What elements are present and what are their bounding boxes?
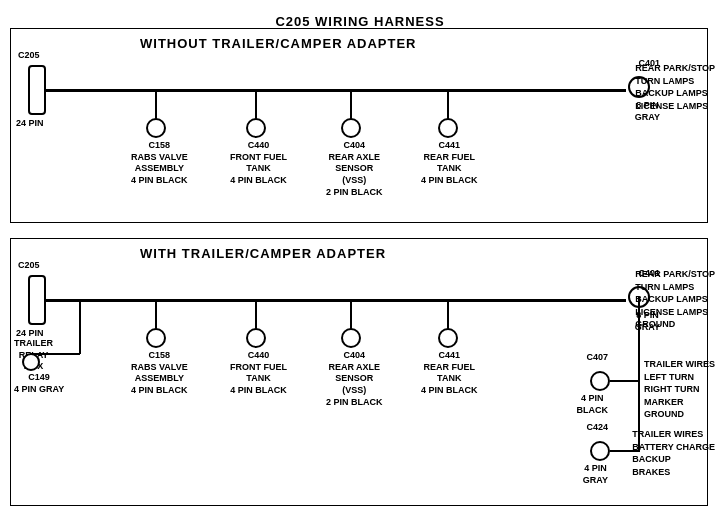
c441-2-vline: [447, 299, 449, 329]
c441-1-label: C441REAR FUELTANK4 PIN BLACK: [421, 140, 478, 187]
c149-connector: [22, 353, 40, 371]
c158-1-vline: [155, 89, 157, 119]
c404-1-connector: [341, 118, 361, 138]
c158-1-label: C158RABS VALVEASSEMBLY4 PIN BLACK: [131, 140, 188, 187]
c424-desc: TRAILER WIRESBATTERY CHARGEBACKUPBRAKES: [632, 428, 715, 478]
c440-2-connector: [246, 328, 266, 348]
c440-2-vline: [255, 299, 257, 329]
c205-2-label: C205: [18, 260, 40, 272]
c205-2-connector: [28, 275, 46, 325]
c401-2-desc: REAR PARK/STOPTURN LAMPSBACKUP LAMPSLICE…: [635, 268, 715, 331]
page-title: C205 WIRING HARNESS: [0, 6, 720, 29]
c401-1-desc: REAR PARK/STOPTURN LAMPSBACKUP LAMPSLICE…: [635, 62, 715, 112]
c205-1-sub: 24 PIN: [16, 118, 44, 130]
c441-1-connector: [438, 118, 458, 138]
c407-connector: [590, 371, 610, 391]
c404-2-connector: [341, 328, 361, 348]
c441-2-label: C441REAR FUELTANK4 PIN BLACK: [421, 350, 478, 397]
trailer-relay-vline: [79, 299, 81, 354]
c441-1-vline: [447, 89, 449, 119]
c424-connector: [590, 441, 610, 461]
c158-2-vline: [155, 299, 157, 329]
c407-label: C407: [586, 352, 608, 364]
c441-2-connector: [438, 328, 458, 348]
c440-2-label: C440FRONT FUELTANK4 PIN BLACK: [230, 350, 287, 397]
c404-2-label: C404REAR AXLESENSOR(VSS)2 PIN BLACK: [326, 350, 383, 408]
section1-label: WITHOUT TRAILER/CAMPER ADAPTER: [140, 36, 417, 51]
main-hline-1: [46, 89, 626, 92]
c404-1-label: C404REAR AXLESENSOR(VSS)2 PIN BLACK: [326, 140, 383, 198]
c404-1-vline: [350, 89, 352, 119]
c424-label: C424: [586, 422, 608, 434]
c440-1-label: C440FRONT FUELTANK4 PIN BLACK: [230, 140, 287, 187]
c205-1-connector: [28, 65, 46, 115]
c407-desc: TRAILER WIRESLEFT TURNRIGHT TURNMARKERGR…: [644, 358, 715, 421]
c149-label: C1494 PIN GRAY: [14, 372, 64, 395]
c407-sub: 4 PINBLACK: [577, 393, 609, 416]
diagram-container: C205 WIRING HARNESS WITHOUT TRAILER/CAMP…: [0, 0, 720, 500]
c407-hline: [610, 380, 640, 382]
c158-2-connector: [146, 328, 166, 348]
c404-2-vline: [350, 299, 352, 329]
c440-1-connector: [246, 118, 266, 138]
c205-1-label: C205: [18, 50, 40, 62]
c424-sub: 4 PINGRAY: [583, 463, 608, 486]
main-hline-2: [46, 299, 626, 302]
c158-1-connector: [146, 118, 166, 138]
c440-1-vline: [255, 89, 257, 119]
section2-label: WITH TRAILER/CAMPER ADAPTER: [140, 246, 386, 261]
c158-2-label: C158RABS VALVEASSEMBLY4 PIN BLACK: [131, 350, 188, 397]
